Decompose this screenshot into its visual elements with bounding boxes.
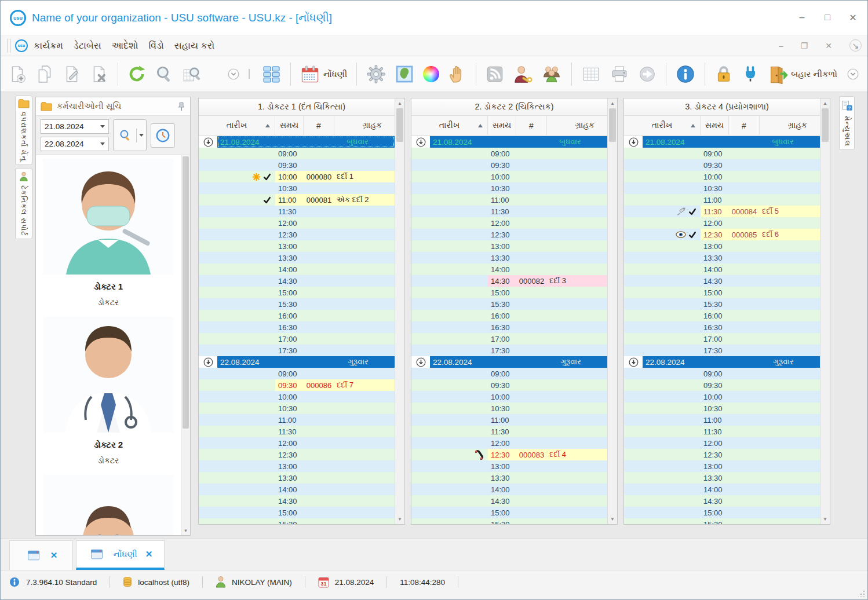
- column-header-3[interactable]: ગ્રાહક: [334, 116, 395, 135]
- time-slot-row[interactable]: 11:00: [411, 414, 607, 426]
- color-wheel-button[interactable]: [421, 64, 441, 84]
- time-slot-row[interactable]: 09:00: [624, 148, 820, 159]
- doctor-card[interactable]: [43, 471, 174, 535]
- time-slot-row[interactable]: 14:00: [624, 264, 820, 275]
- time-slot-row[interactable]: 12:00: [199, 217, 395, 229]
- time-slot-row[interactable]: 17:00: [624, 333, 820, 345]
- menu-item-0[interactable]: કાર્યક્રમ: [34, 41, 63, 51]
- plug-button[interactable]: [740, 63, 761, 85]
- side-tab-0[interactable]: વપરાશકર્તા મેનૂ: [15, 96, 32, 165]
- time-slot-row[interactable]: 09:30: [199, 159, 395, 171]
- column-header-2[interactable]: #: [729, 116, 760, 135]
- time-slot-row[interactable]: 14:00: [199, 484, 395, 495]
- column-header-3[interactable]: ગ્રાહક: [760, 116, 820, 135]
- scroll-up-icon[interactable]: ▲: [820, 99, 830, 108]
- calendar-button[interactable]: નોંધણી: [298, 63, 349, 86]
- copy-document-button[interactable]: [34, 63, 56, 85]
- collapse-day-icon[interactable]: [624, 137, 643, 147]
- time-slot-row[interactable]: 15:00: [624, 507, 820, 518]
- collapse-arrow-button[interactable]: [844, 65, 862, 83]
- time-slot-row[interactable]: 11:30: [199, 206, 395, 217]
- time-slot-row[interactable]: 14:00: [411, 264, 607, 275]
- column-scrollbar[interactable]: ▲▼: [607, 98, 617, 524]
- scroll-up-icon[interactable]: ▲: [395, 99, 404, 108]
- time-slot-row[interactable]: 15:30: [199, 518, 395, 524]
- date-separator-row[interactable]: 22.08.2024ગુરૂવાર: [624, 356, 820, 368]
- time-slot-row[interactable]: 16:00: [624, 310, 820, 321]
- date-separator-row[interactable]: 22.08.2024ગુરૂવાર: [199, 356, 395, 368]
- go-arrow-button[interactable]: [636, 63, 658, 85]
- pin-icon[interactable]: [177, 102, 185, 111]
- window-tab-0[interactable]: ✕: [9, 540, 73, 570]
- window-tab-1[interactable]: નોંધણી✕: [76, 540, 165, 570]
- date-separator-row[interactable]: 22.08.2024ગુરૂવાર: [411, 356, 607, 368]
- column-scrollbar[interactable]: ▲▼: [820, 98, 830, 524]
- rss-button[interactable]: [484, 63, 506, 85]
- column-header-0[interactable]: તારીખ: [624, 116, 701, 135]
- column-header-3[interactable]: ગ્રાહક: [547, 116, 607, 135]
- time-slot-row[interactable]: 11:00000081એક દર્દી 2: [199, 194, 395, 206]
- date-separator-row[interactable]: 21.08.2024બુધવાર: [199, 136, 395, 148]
- info-button[interactable]: [674, 63, 697, 86]
- time-slot-row[interactable]: 14:30: [199, 275, 395, 287]
- time-slot-row[interactable]: 16:30: [624, 321, 820, 333]
- scroll-down-icon[interactable]: ▼: [395, 515, 404, 524]
- scroll-down-icon[interactable]: ▼: [608, 515, 617, 524]
- refresh-button[interactable]: [126, 63, 148, 85]
- time-slot-row[interactable]: 14:30: [411, 495, 607, 507]
- column-header-1[interactable]: સમય: [701, 116, 729, 135]
- search-button[interactable]: [113, 119, 147, 151]
- date-separator-row[interactable]: 21.08.2024બુધવાર: [624, 136, 820, 148]
- close-button[interactable]: ✕: [848, 12, 858, 23]
- time-slot-row[interactable]: 10:30: [199, 403, 395, 414]
- time-slot-row[interactable]: 14:30: [624, 275, 820, 287]
- time-slot-row[interactable]: 12:30: [199, 229, 395, 240]
- hand-button[interactable]: [446, 63, 468, 85]
- column-header-2[interactable]: #: [516, 116, 547, 135]
- mdi-minimize-button[interactable]: –: [779, 41, 783, 50]
- date-from-input[interactable]: 21.08.2024: [41, 119, 109, 134]
- time-slot-row[interactable]: 13:30: [411, 472, 607, 484]
- time-slot-row[interactable]: 15:00: [199, 507, 395, 518]
- time-slot-row[interactable]: 15:30: [199, 298, 395, 310]
- side-tab-1[interactable]: ટેકનિકલ સપોર્ટ: [15, 168, 32, 240]
- time-slot-row[interactable]: 16:30: [199, 321, 395, 333]
- time-slot-row[interactable]: 10:00: [411, 171, 607, 182]
- menu-item-1[interactable]: ડેટાબેસ: [74, 41, 101, 51]
- time-slot-row[interactable]: 09:00: [199, 148, 395, 159]
- time-slot-row[interactable]: 12:00: [411, 437, 607, 449]
- time-slot-row[interactable]: 12:30: [199, 449, 395, 460]
- time-slot-row[interactable]: 11:30: [411, 206, 607, 217]
- lock-button[interactable]: [713, 63, 735, 85]
- close-tab-icon[interactable]: ✕: [50, 550, 58, 561]
- column-header-1[interactable]: સમય: [275, 116, 304, 135]
- time-slot-row[interactable]: 13:00: [411, 240, 607, 252]
- menu-item-2[interactable]: આદેશો: [112, 41, 138, 51]
- doctor-photo[interactable]: [43, 317, 174, 433]
- time-slot-row[interactable]: 15:00: [624, 287, 820, 298]
- time-slot-row[interactable]: 11:30: [624, 426, 820, 437]
- scroll-down-icon[interactable]: ▼: [820, 515, 830, 524]
- time-slot-row[interactable]: 11:00: [411, 194, 607, 206]
- scroll-up-icon[interactable]: ▲: [608, 99, 617, 108]
- search-button[interactable]: [153, 63, 175, 85]
- time-slot-row[interactable]: 13:00: [199, 460, 395, 472]
- doctor-card[interactable]: ડોક્ટર 2ડોકટર: [43, 313, 174, 471]
- time-slot-row[interactable]: 10:30: [624, 403, 820, 414]
- time-slot-row[interactable]: 17:30: [411, 345, 607, 356]
- exit-door-button[interactable]: બહાર નીકળો: [766, 63, 839, 86]
- time-slot-row[interactable]: 12:30: [624, 449, 820, 460]
- time-slot-row[interactable]: 11:00: [624, 194, 820, 206]
- time-slot-row[interactable]: 15:30: [411, 298, 607, 310]
- user-key-button[interactable]: [511, 63, 534, 86]
- printer-button[interactable]: [608, 63, 631, 85]
- manual-tab[interactable]: ?મેન્યુઅલ: [839, 96, 855, 150]
- time-slot-row[interactable]: 11:30000084દર્દી 5: [624, 206, 820, 217]
- time-slot-row[interactable]: 09:00: [199, 368, 395, 379]
- time-slot-row[interactable]: 14:00: [411, 484, 607, 495]
- time-slot-row[interactable]: 12:30000085દર્દી 6: [624, 229, 820, 240]
- time-slot-row[interactable]: 13:00: [624, 240, 820, 252]
- mdi-collapse-arrow-icon[interactable]: ↘: [849, 39, 862, 52]
- time-slot-row[interactable]: 10:00: [411, 391, 607, 403]
- delete-document-button[interactable]: [88, 63, 110, 85]
